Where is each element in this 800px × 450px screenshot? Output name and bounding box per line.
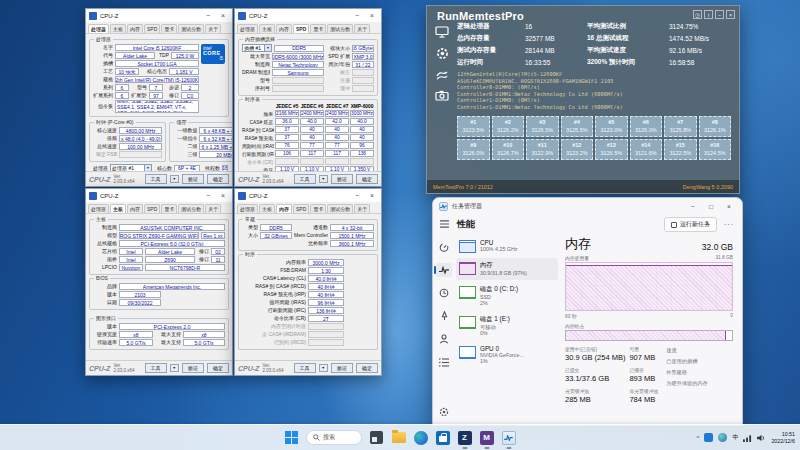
ok-button[interactable]: 确定 [356, 174, 378, 184]
tray-app-icon-round[interactable] [718, 433, 727, 442]
startup-apps-icon[interactable] [436, 309, 452, 323]
tab-1[interactable]: 主板 [110, 204, 126, 213]
start-button[interactable] [284, 430, 299, 445]
tab-3[interactable]: SPD [144, 24, 160, 33]
tab-0[interactable]: 处理器 [88, 204, 109, 213]
minimize-button[interactable]: − [351, 10, 363, 22]
titlebar[interactable]: RunMemtestPro ◷ i − × [427, 6, 739, 22]
perf-sidebar-item[interactable]: 磁盘 0 (C: D:)SSD2% [456, 282, 558, 310]
titlebar[interactable]: 任务管理器 − □ × [433, 198, 742, 214]
tools-dropdown-arrow[interactable]: ▼ [170, 364, 179, 372]
tab-5[interactable]: 测试分数 [327, 204, 353, 213]
tab-1[interactable]: 主板 [110, 24, 126, 33]
clock[interactable]: 10:51 2022/12/6 [771, 431, 795, 444]
titlebar[interactable]: CPU-Z − × [235, 9, 381, 22]
tab-5[interactable]: 测试分数 [178, 24, 204, 33]
hamburger-menu-icon[interactable] [436, 217, 452, 231]
tab-0[interactable]: 处理器 [88, 24, 109, 33]
tab-0[interactable]: 处理器 [237, 204, 258, 213]
minimize-button[interactable]: − [202, 190, 214, 202]
perf-sidebar-item[interactable]: GPU 0NVIDIA GeForce...1% [456, 342, 558, 368]
input-method-indicator[interactable]: 中 [732, 433, 738, 442]
tab-0[interactable]: 处理器 [237, 24, 258, 33]
run-new-task-button[interactable]: 运行新任务 [664, 217, 717, 232]
close-button[interactable]: × [366, 10, 378, 22]
settings-gear-icon[interactable] [436, 47, 449, 60]
volume-icon[interactable] [757, 434, 766, 442]
network-icon[interactable] [743, 434, 752, 442]
titlebar[interactable]: CPU-Z − × [86, 9, 232, 22]
titlebar[interactable]: CPU-Z − × [86, 189, 232, 202]
taskbar-item-file-explorer[interactable] [391, 430, 406, 445]
info-icon[interactable]: i [704, 10, 713, 19]
tools-button[interactable]: 工具 [145, 363, 167, 373]
taskbar-item-cpuz[interactable]: Z [457, 430, 472, 445]
memory-composition-bar[interactable] [565, 330, 733, 341]
users-icon[interactable] [436, 332, 452, 346]
tab-3[interactable]: SPD [293, 24, 309, 33]
taskbar-item-memtest[interactable]: M [479, 430, 494, 445]
tab-1[interactable]: 主板 [259, 24, 275, 33]
ok-button[interactable]: 确定 [207, 363, 229, 373]
minimize-button[interactable]: − [686, 203, 700, 210]
tray-app-icon-blue[interactable] [704, 433, 713, 442]
titlebar[interactable]: CPU-Z − × [235, 189, 381, 202]
taskbar-item-desktop-app[interactable] [369, 430, 384, 445]
more-options-button[interactable]: ··· [724, 221, 734, 228]
search-box[interactable]: 搜索 [306, 430, 362, 445]
taskbar-item-task-manager[interactable] [501, 430, 516, 445]
dropdown[interactable]: 插槽 #1▼ [242, 44, 272, 52]
tab-6[interactable]: 关于 [354, 204, 370, 213]
minimize-button[interactable]: − [715, 10, 724, 19]
hidden-icons-chevron[interactable]: ^ [697, 435, 700, 441]
tab-4[interactable]: 显卡 [161, 24, 177, 33]
close-button[interactable]: × [217, 190, 229, 202]
validate-button[interactable]: 验证 [331, 174, 353, 184]
tab-3[interactable]: SPD [293, 204, 309, 213]
close-button[interactable]: × [726, 10, 735, 19]
minimize-button[interactable]: − [202, 10, 214, 22]
tab-5[interactable]: 测试分数 [327, 24, 353, 33]
tab-2[interactable]: 内存 [127, 24, 143, 33]
ok-button[interactable]: 确定 [207, 174, 229, 184]
validate-button[interactable]: 验证 [331, 363, 353, 373]
perf-sidebar-item[interactable]: 内存30.9/31.8 GB (97%) [456, 258, 558, 280]
taskbar-item-store[interactable] [435, 430, 450, 445]
tools-button[interactable]: 工具 [145, 174, 167, 184]
tools-dropdown-arrow[interactable]: ▼ [170, 175, 179, 183]
close-button[interactable]: × [722, 203, 736, 210]
timer-icon[interactable]: ◷ [693, 10, 702, 19]
app-history-icon[interactable] [436, 286, 452, 300]
tab-2[interactable]: 内存 [276, 204, 292, 213]
tab-4[interactable]: 显卡 [310, 24, 326, 33]
processes-icon[interactable] [436, 240, 452, 254]
tools-button[interactable]: 工具 [294, 174, 316, 184]
taskbar-item-edge[interactable] [413, 430, 428, 445]
tab-1[interactable]: 主板 [259, 204, 275, 213]
tools-dropdown-arrow[interactable]: ▼ [319, 175, 328, 183]
camera-icon[interactable] [435, 90, 449, 101]
perf-sidebar-item[interactable]: CPU100% 4.25 GHz [456, 236, 558, 256]
dropdown[interactable]: 处理器 #1▼ [110, 164, 152, 171]
close-button[interactable]: × [366, 190, 378, 202]
tab-5[interactable]: 测试分数 [178, 204, 204, 213]
hands-icon[interactable] [435, 69, 449, 81]
tab-2[interactable]: 内存 [276, 24, 292, 33]
perf-sidebar-item[interactable]: 磁盘 1 (E:)可移动0% [456, 312, 558, 340]
details-icon[interactable] [436, 355, 452, 369]
ok-button[interactable]: 确定 [356, 363, 378, 373]
tab-6[interactable]: 关于 [354, 24, 370, 33]
validate-button[interactable]: 验证 [182, 174, 204, 184]
performance-icon[interactable] [436, 263, 452, 277]
close-button[interactable]: × [217, 10, 229, 22]
maximize-button[interactable]: □ [704, 203, 718, 210]
tab-4[interactable]: 显卡 [310, 204, 326, 213]
tab-2[interactable]: 内存 [127, 204, 143, 213]
tab-4[interactable]: 显卡 [161, 204, 177, 213]
monitor-icon[interactable] [435, 26, 449, 38]
tools-button[interactable]: 工具 [294, 363, 316, 373]
tab-6[interactable]: 关于 [205, 204, 221, 213]
settings-gear-icon[interactable] [436, 405, 452, 419]
tab-6[interactable]: 关于 [205, 24, 221, 33]
validate-button[interactable]: 验证 [182, 363, 204, 373]
